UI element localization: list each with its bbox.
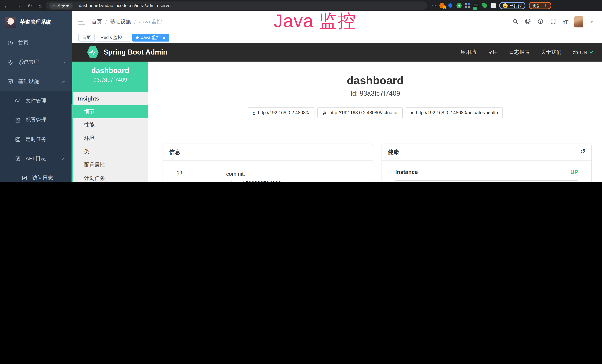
tab-home[interactable]: 首页 <box>78 34 95 42</box>
group-label[interactable]: Insights <box>74 92 148 105</box>
service-url: http://192.168.0.2:48080/ <box>258 110 310 115</box>
sidebar-item-files[interactable]: 文件管理 <box>0 91 72 110</box>
sba-item-env[interactable]: 环境 <box>74 132 148 145</box>
sba-item-details[interactable]: 细节 <box>72 105 148 118</box>
service-url-button[interactable]: ⌂ http://192.168.0.2:48080/ <box>248 107 314 118</box>
forward-icon[interactable]: → <box>16 3 21 8</box>
log-icon <box>15 156 21 162</box>
sba-logo-icon[interactable] <box>87 46 99 59</box>
gear-icon <box>7 59 13 65</box>
sidebar-item-label: 配置管理 <box>26 117 46 124</box>
close-icon[interactable]: × <box>124 35 127 40</box>
header-actions: тT <box>512 16 593 27</box>
table-row[interactable]: Instance UP <box>395 169 578 181</box>
extension-badge: 1 <box>443 6 446 9</box>
spring-boot-admin-frame: Spring Boot Admin 应用墙 应用 日志报表 关于我们 zh-CN <box>72 43 602 182</box>
card-info-title: 信息 <box>163 144 373 161</box>
app-header: 首页 / 基础设施 / Java 监控 тT <box>72 11 602 33</box>
health-instance-label: Instance <box>395 169 418 175</box>
bookmark-star-icon[interactable]: ☆ <box>432 3 436 8</box>
extensions-puzzle-icon[interactable] <box>491 3 496 8</box>
breadcrumb-infra[interactable]: 基础设施 <box>110 19 131 25</box>
url-text[interactable]: dashboard.yudao.iocoder.cn/infra/admin-s… <box>79 3 172 8</box>
instance-name: dashboard <box>72 66 148 75</box>
sba-nav-about[interactable]: 关于我们 <box>541 49 562 56</box>
profile-paused-badge[interactable]: 已暂停 <box>499 2 526 9</box>
status-badge: UP <box>570 169 578 175</box>
sba-nav-journal[interactable]: 日志报表 <box>509 49 530 56</box>
reload-icon[interactable]: ↻ <box>27 3 32 8</box>
card-info-body: git commit: time: 1596289704000 id: 27aa… <box>163 161 373 182</box>
help-icon[interactable] <box>538 18 544 26</box>
address-bar[interactable]: ⚠ 不安全 dashboard.yudao.iocoder.cn/infra/a… <box>45 1 427 10</box>
health-url-button[interactable]: ♥ http://192.168.0.2:48080/actuator/heal… <box>406 107 503 118</box>
tab-redis-monitor[interactable]: Redis 监控 × <box>97 34 130 42</box>
app-logo-row[interactable]: 芋道管理系统 <box>0 11 72 33</box>
sidebar-item-access-log[interactable]: 访问日志 <box>0 168 72 182</box>
breadcrumb-home[interactable]: 首页 <box>92 19 102 25</box>
sba-locale-select[interactable]: zh-CN <box>573 49 592 55</box>
sba-menu: 应用墙 应用 日志报表 关于我们 zh-CN <box>461 49 592 56</box>
sba-nav-applications[interactable]: 应用 <box>487 49 498 56</box>
sba-nav-wallboard[interactable]: 应用墙 <box>461 49 476 56</box>
sba-brand-title[interactable]: Spring Boot Admin <box>103 48 167 56</box>
page-subtitle: Id: 93a3fc7f7409 <box>148 90 602 97</box>
sba-sidebar: dashboard 93a3fc7f7409 Insights 细节 性能 环境… <box>72 62 148 182</box>
chrome-update-button[interactable]: 更新 ⋮ <box>529 2 552 9</box>
chevron-up-icon <box>62 81 65 84</box>
extension-grid-icon[interactable] <box>465 3 470 8</box>
sidebar-scrollbar[interactable] <box>71 104 72 182</box>
sidebar-item-jobs[interactable]: 定时任务 <box>0 130 72 149</box>
extension-pin-icon[interactable] <box>448 3 453 8</box>
home-icon[interactable]: ⌂ <box>38 3 42 8</box>
health-url: http://192.168.0.2:48080/actuator/health <box>416 110 498 115</box>
sidebar-item-config[interactable]: 配置管理 <box>0 110 72 130</box>
sba-navbar: Spring Boot Admin 应用墙 应用 日志报表 关于我们 zh-CN <box>72 43 602 62</box>
extension-switch-icon[interactable]: on <box>474 3 479 8</box>
fullscreen-icon[interactable] <box>550 18 556 26</box>
paused-label: 已暂停 <box>510 3 522 8</box>
app-title: 芋道管理系统 <box>20 19 51 26</box>
caret-down-icon[interactable] <box>590 21 593 23</box>
chevron-down-icon <box>589 50 593 54</box>
security-chip[interactable]: ⚠ 不安全 <box>49 2 73 9</box>
log-icon <box>22 175 27 181</box>
tab-java-monitor[interactable]: Java 监控 × <box>133 34 169 42</box>
sidebar-item-label: 首页 <box>18 40 29 46</box>
sba-item-configprops[interactable]: 配置属性 <box>74 158 148 172</box>
sidebar-item-infra[interactable]: 基础设施 <box>0 72 72 91</box>
app-logo <box>5 17 16 28</box>
extension-leaf-icon[interactable] <box>482 3 487 8</box>
active-dot-icon <box>136 36 139 39</box>
close-icon[interactable]: × <box>163 35 165 40</box>
sidebar-item-system[interactable]: 系统管理 <box>0 53 72 72</box>
tab-label: Java 监控 <box>141 34 161 41</box>
sba-item-metrics[interactable]: 性能 <box>74 118 148 132</box>
browser-nav: ← → ↻ ⌂ <box>4 3 42 8</box>
sba-instance-header[interactable]: dashboard 93a3fc7f7409 <box>72 62 148 92</box>
sidebar-item-api-log[interactable]: API 日志 <box>0 149 72 168</box>
sidebar-item-label: 定时任务 <box>26 136 46 143</box>
search-icon[interactable] <box>512 18 519 26</box>
chevron-up-icon <box>62 158 65 161</box>
update-label: 更新 <box>533 3 541 8</box>
history-icon[interactable]: ↺ <box>580 148 586 155</box>
instance-id: 93a3fc7f7409 <box>72 76 148 83</box>
sidebar-item-home[interactable]: 首页 <box>0 33 72 53</box>
hamburger-icon[interactable] <box>78 20 85 24</box>
back-icon[interactable]: ← <box>4 3 9 8</box>
tab-label: Redis 监控 <box>100 34 122 41</box>
sba-item-classes[interactable]: 类 <box>74 145 148 158</box>
actuator-url-button[interactable]: http://192.168.0.2:48080/actuator <box>317 107 402 118</box>
card-health-body: Instance UP <box>382 161 591 182</box>
sba-body: dashboard 93a3fc7f7409 Insights 细节 性能 环境… <box>72 62 602 182</box>
menu-kebab-icon[interactable]: ⋮ <box>543 3 548 8</box>
font-size-icon[interactable]: тT <box>563 19 568 25</box>
extension-colorzilla-icon[interactable]: 1 <box>440 3 445 8</box>
wrench-icon <box>322 110 327 115</box>
sba-item-scheduled-tasks[interactable]: 计划任务 <box>74 172 148 182</box>
github-icon[interactable] <box>525 18 531 26</box>
extension-y-icon[interactable]: y <box>457 3 462 8</box>
actuator-url: http://192.168.0.2:48080/actuator <box>329 110 398 115</box>
avatar[interactable] <box>574 16 583 27</box>
